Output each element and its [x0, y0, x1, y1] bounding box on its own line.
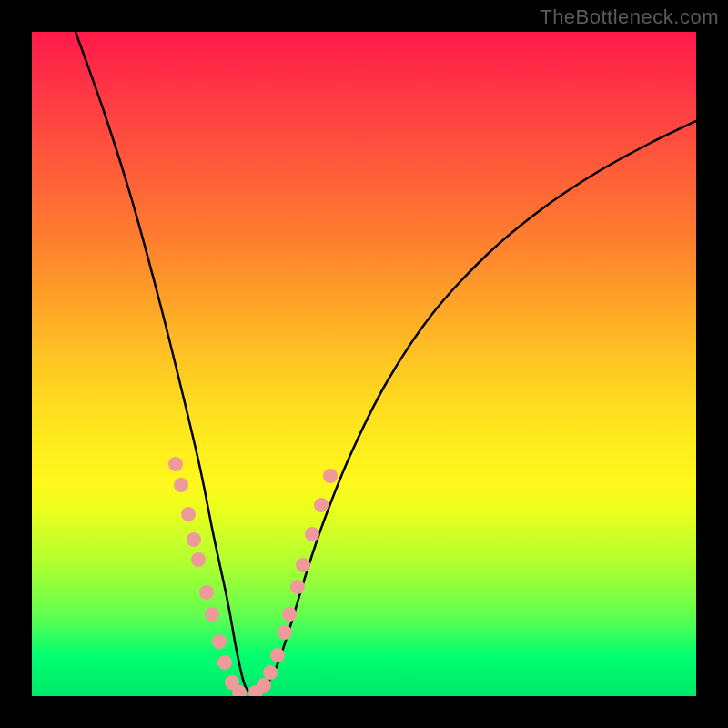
- data-point: [217, 655, 232, 670]
- data-point: [191, 552, 206, 567]
- dots-left-branch: [168, 457, 247, 696]
- data-point: [168, 457, 183, 471]
- data-point: [323, 469, 338, 483]
- data-point: [205, 607, 219, 622]
- data-point: [270, 648, 285, 662]
- data-point: [174, 478, 188, 492]
- data-point: [187, 532, 201, 547]
- data-point: [199, 585, 214, 600]
- data-point: [278, 625, 292, 640]
- dots-right-branch: [248, 469, 338, 696]
- curve-svg: [32, 32, 696, 696]
- bottleneck-curve: [76, 32, 696, 693]
- data-point: [296, 558, 310, 572]
- data-point: [314, 498, 329, 512]
- data-point: [263, 665, 278, 680]
- data-point: [305, 527, 319, 541]
- data-point: [282, 607, 297, 622]
- data-point: [181, 507, 196, 521]
- watermark: TheBottleneck.com: [540, 5, 719, 29]
- data-point: [212, 634, 227, 649]
- data-point: [257, 678, 271, 693]
- chart-area: [32, 32, 696, 696]
- data-point: [290, 580, 305, 594]
